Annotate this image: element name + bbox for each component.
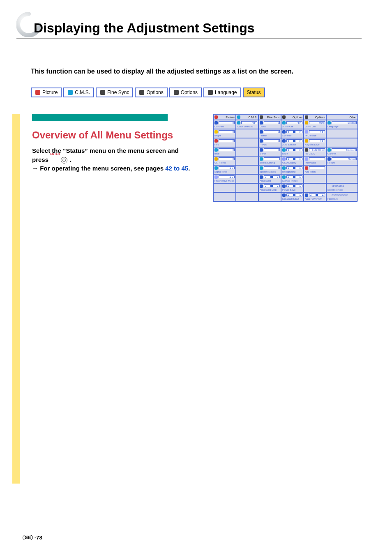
setting-value: ◄► bbox=[286, 148, 302, 151]
setting-value: 0 bbox=[219, 121, 235, 124]
section-title: Overview of All Menu Settings bbox=[32, 129, 196, 141]
status-cell: ◄►Progressive Mode bbox=[213, 174, 236, 183]
setting-icon bbox=[260, 166, 263, 170]
status-cell: ◄►Startup Image bbox=[281, 174, 304, 183]
setting-icon bbox=[282, 194, 286, 197]
tab-status[interactable]: Status bbox=[243, 88, 265, 97]
menu-tabs: PictureC.M.S.Fine SyncOptionsOptionsLang… bbox=[31, 88, 367, 97]
status-cell: 0Clock bbox=[258, 120, 281, 129]
setting-label: OSD Display bbox=[282, 161, 302, 164]
status-header: Options bbox=[304, 114, 326, 120]
setting-label: Select Setting bbox=[260, 161, 280, 164]
setting-label: Audio Out bbox=[282, 125, 302, 128]
setting-label: Speaker bbox=[282, 134, 302, 137]
status-cell bbox=[236, 147, 258, 156]
setting-label: Red bbox=[214, 143, 235, 146]
setting-icon bbox=[214, 157, 218, 161]
svg-rect-1 bbox=[68, 90, 73, 95]
setting-value: 0 bbox=[264, 148, 280, 151]
setting-label: Resize bbox=[327, 161, 357, 164]
setting-value bbox=[264, 157, 280, 160]
setting-icon bbox=[260, 148, 263, 152]
instr-part1-end: . bbox=[68, 156, 71, 163]
setting-label: Language bbox=[327, 125, 357, 128]
header-icon bbox=[237, 115, 240, 119]
intro-text: This function can be used to display all… bbox=[31, 68, 367, 75]
setting-icon bbox=[214, 121, 218, 124]
tab-options[interactable]: Options bbox=[169, 88, 202, 97]
tab-cms[interactable]: C.M.S. bbox=[63, 88, 94, 97]
setting-value: 115200bps bbox=[309, 148, 325, 151]
status-cell: Password bbox=[304, 156, 326, 165]
setting-value: ◄► bbox=[241, 121, 257, 124]
setting-label: Auto Power Off bbox=[305, 197, 325, 200]
status-cell bbox=[326, 138, 358, 147]
setting-icon bbox=[237, 121, 240, 124]
status-cell: ◄►Auto Power Off bbox=[304, 192, 326, 201]
status-cell: StandardGamma bbox=[326, 147, 358, 156]
setting-label: DNR bbox=[282, 152, 302, 155]
status-header: Picture bbox=[213, 114, 236, 120]
status-cell: ◄►Keylock Level bbox=[304, 138, 326, 147]
status-cell: ◄►Power Save bbox=[281, 183, 304, 192]
language-icon bbox=[208, 90, 213, 95]
page-title: Displaying the Adjustment Settings bbox=[34, 21, 255, 36]
tab-language[interactable]: Language bbox=[203, 88, 241, 97]
setting-value: 0 bbox=[264, 130, 280, 133]
setting-label: Special Modes bbox=[260, 170, 280, 173]
instr-part2b: . bbox=[188, 165, 190, 172]
tab-options[interactable]: Options bbox=[135, 88, 167, 97]
setting-label: Clock bbox=[260, 125, 280, 128]
instr-arrow: → bbox=[32, 165, 40, 172]
setting-icon bbox=[282, 175, 286, 179]
page-ref-link[interactable]: 42 to 45 bbox=[165, 165, 188, 172]
setting-value: 123456789 bbox=[332, 184, 357, 187]
status-cell bbox=[236, 156, 258, 165]
setting-icon bbox=[327, 121, 331, 124]
setting-value: English bbox=[332, 121, 357, 124]
status-cell bbox=[213, 183, 236, 192]
status-cell bbox=[236, 129, 258, 138]
status-cell: 0Contrast bbox=[213, 120, 236, 129]
status-cell: 0CLR Temp bbox=[213, 156, 236, 165]
setting-label: RS-232C bbox=[305, 152, 325, 155]
status-cell bbox=[304, 174, 326, 183]
tab-label: Fine Sync bbox=[107, 90, 129, 95]
setting-value: ◄► bbox=[286, 194, 302, 196]
setting-label: H-Pos bbox=[260, 143, 280, 146]
status-cell: 99%Lamp Life bbox=[304, 120, 326, 129]
setting-icon bbox=[214, 166, 218, 170]
status-cell: ◄►Audio Out bbox=[281, 120, 304, 129]
setting-value: ◄► bbox=[286, 157, 302, 160]
header-label: C.M.S. bbox=[249, 116, 257, 119]
header-label: Other bbox=[349, 116, 357, 119]
setting-value bbox=[309, 157, 325, 160]
setting-icon bbox=[260, 175, 263, 179]
setting-icon bbox=[282, 130, 286, 134]
svg-rect-2 bbox=[100, 90, 105, 95]
status-cell: 123456789Serial Number bbox=[326, 183, 358, 192]
setting-label: Lamp Life bbox=[305, 125, 325, 128]
tab-picture[interactable]: Picture bbox=[31, 88, 62, 97]
side-yellow-bar bbox=[12, 114, 20, 484]
status-cell bbox=[258, 192, 281, 201]
status-cell bbox=[326, 129, 358, 138]
setting-value bbox=[309, 166, 325, 169]
setting-label: Mnt.out/RS232 bbox=[282, 197, 302, 200]
status-header: Fine Sync bbox=[258, 114, 281, 120]
setting-label: Firmware bbox=[327, 197, 357, 200]
status-cell bbox=[326, 165, 358, 174]
status-cell: ◄►Signal Type bbox=[213, 165, 236, 174]
tab-label: C.M.S. bbox=[75, 90, 90, 95]
status-cell: Anti-Theft bbox=[304, 165, 326, 174]
setting-value: ◄► bbox=[286, 184, 302, 187]
setting-label: Auto Sync bbox=[260, 179, 280, 182]
status-header: Options bbox=[281, 114, 304, 120]
setting-label: Background bbox=[282, 170, 302, 173]
instruction-text: Select the “Status” menu on the menu scr… bbox=[32, 146, 196, 173]
setting-value: ◄► bbox=[264, 175, 280, 178]
setting-label: Anti-Theft bbox=[305, 170, 325, 173]
tab-finesync[interactable]: Fine Sync bbox=[96, 88, 133, 97]
setting-label: V-Pos bbox=[260, 152, 280, 155]
header-label: Fine Sync bbox=[267, 116, 280, 119]
